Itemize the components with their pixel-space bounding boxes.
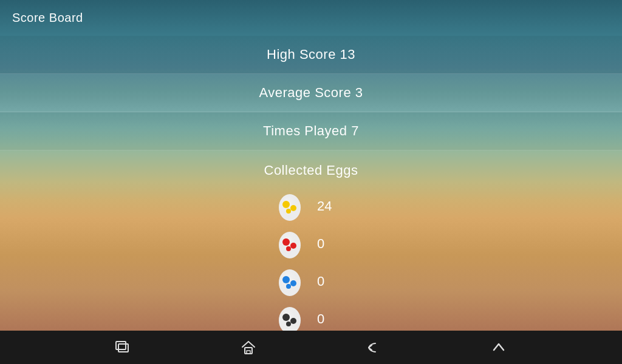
svg-point-8 [290,243,296,249]
eggs-title: Collected Eggs [264,163,358,178]
egg-row-black: 0 [275,304,347,334]
egg-icon-red [275,229,305,259]
svg-point-17 [282,314,290,321]
recent-apps-button[interactable] [111,335,135,360]
egg-row-red: 0 [275,229,347,259]
svg-point-2 [282,201,290,208]
svg-point-9 [286,246,291,251]
page-title: Score Board [0,0,622,36]
egg-icon-yellow [275,191,305,221]
egg-count-black: 0 [317,311,324,327]
egg-count-yellow: 24 [317,198,332,214]
high-score-row: High Score 13 [0,36,622,74]
svg-point-6 [279,232,301,258]
svg-point-16 [279,307,301,334]
svg-point-19 [286,322,291,326]
svg-point-11 [279,269,301,296]
eggs-section: Collected Eggs 24 [0,150,622,350]
svg-rect-20 [116,342,126,349]
svg-rect-23 [247,351,250,354]
home-button[interactable] [236,335,261,360]
up-button[interactable] [487,335,511,360]
back-button[interactable] [361,335,386,360]
svg-point-7 [282,238,290,246]
svg-point-1 [279,194,301,221]
egg-row-yellow: 24 [275,191,347,221]
svg-rect-21 [118,344,128,352]
average-score-row: Average Score 3 [0,74,622,112]
egg-row-blue: 0 [275,266,347,297]
svg-point-3 [290,205,296,211]
score-rows: High Score 13 Average Score 3 Times Play… [0,36,622,150]
navigation-bar [0,331,622,364]
egg-count-blue: 0 [317,274,324,289]
svg-point-18 [290,318,296,324]
svg-point-4 [286,209,291,214]
times-played-row: Times Played 7 [0,112,622,150]
svg-point-12 [282,276,290,283]
egg-icon-blue [275,266,305,297]
svg-point-14 [286,284,291,289]
egg-count-red: 0 [317,236,324,252]
egg-icon-black [275,304,305,334]
svg-point-13 [290,280,296,286]
